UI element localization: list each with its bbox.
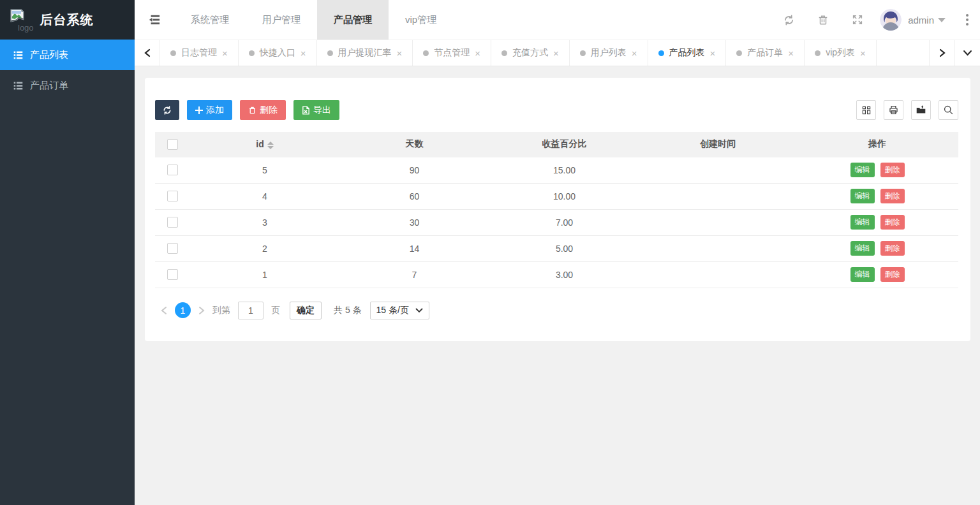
cell-id: 5 [190,157,339,183]
export-button[interactable]: 导出 [293,100,339,120]
row-checkbox[interactable] [167,165,178,175]
export-data-button[interactable] [911,100,931,120]
row-edit-button[interactable]: 编辑 [850,241,875,256]
row-delete-button[interactable]: 删除 [880,163,905,177]
delete-button[interactable]: 删除 [240,100,286,120]
fullscreen-button[interactable] [840,0,875,40]
tab-quick-entry[interactable]: 快捷入口× [239,40,317,66]
cell-percent: 5.00 [489,235,639,261]
tab-close-icon[interactable]: × [222,48,228,58]
tabs-scroll-left-button[interactable] [135,40,160,66]
tab-close-icon[interactable]: × [788,48,794,58]
cell-created [639,209,796,235]
delete-button-label: 删除 [260,105,278,116]
tabs-menu-button[interactable] [954,40,980,66]
tab-close-icon[interactable]: × [710,48,716,58]
user-avatar[interactable] [880,9,902,31]
cell-days: 60 [339,183,489,209]
table-refresh-button[interactable] [155,100,179,120]
clear-cache-button[interactable] [806,0,840,40]
tab-close-icon[interactable]: × [301,48,306,58]
tab-withdraw-rate[interactable]: 用户提现汇率× [317,40,413,66]
cell-id: 1 [190,261,339,288]
goto-suffix-label: 页 [271,305,280,316]
product-list-card: 添加 删除 导出 [145,78,970,341]
prev-page-button[interactable] [159,306,169,315]
select-all-checkbox[interactable] [167,139,178,150]
row-delete-button[interactable]: 删除 [880,267,905,282]
row-checkbox[interactable] [167,191,178,201]
row-edit-button[interactable]: 编辑 [850,267,875,282]
fullscreen-expand-icon [852,14,863,26]
goto-confirm-button[interactable]: 确定 [290,302,322,319]
print-button[interactable] [884,100,903,120]
topnav-vip-management[interactable]: vip管理 [389,0,453,40]
cell-id: 4 [190,183,339,209]
next-page-button[interactable] [197,306,207,315]
row-edit-button[interactable]: 编辑 [850,215,875,230]
tab-label: 日志管理 [181,47,217,59]
row-edit-button[interactable]: 编辑 [850,189,875,203]
column-header-created: 创建时间 [639,132,796,157]
collapse-menu-icon [148,14,161,26]
add-button[interactable]: 添加 [187,100,232,120]
cell-percent: 15.00 [489,157,639,183]
trash-icon [817,14,829,26]
sidebar-item-product-orders[interactable]: 产品订单 [0,70,135,101]
search-icon [943,105,954,115]
tab-vip-list[interactable]: vip列表× [805,40,877,66]
logo-alt-text: logo [18,23,34,33]
tab-user-list[interactable]: 用户列表× [570,40,648,66]
row-checkbox[interactable] [167,269,178,280]
search-button[interactable] [939,100,958,120]
tab-close-icon[interactable]: × [475,48,480,58]
column-header-label: 天数 [406,138,424,149]
tab-product-orders[interactable]: 产品订单× [726,40,805,66]
table-header-row: id 天数 收益百分比 创建时间 操作 [155,132,958,157]
column-header-label: 收益百分比 [542,138,587,149]
row-edit-button[interactable]: 编辑 [850,163,875,177]
add-button-label: 添加 [206,105,224,116]
filter-columns-button[interactable] [856,100,876,120]
column-header-id[interactable]: id [190,132,339,157]
sort-icon[interactable] [267,142,274,149]
topnav-user-management[interactable]: 用户管理 [246,0,317,40]
refresh-button[interactable] [771,0,806,40]
pagination: 1 到第 页 确定 共 5 条 15 条/页 [155,302,958,319]
row-checkbox[interactable] [167,243,178,254]
more-options-button[interactable] [954,0,980,40]
tab-close-icon[interactable]: × [397,48,403,58]
cell-percent: 3.00 [489,261,639,288]
refresh-icon [162,105,172,115]
user-dropdown-caret-icon[interactable] [938,18,946,22]
topnav-system-management[interactable]: 系统管理 [174,0,246,40]
table-row: 4 60 10.00 编辑删除 [155,183,958,209]
tabs-scroll-right-button[interactable] [929,40,954,66]
goto-page-input[interactable] [238,302,264,319]
tab-label: 用户提现汇率 [338,47,392,59]
sidebar-item-product-list[interactable]: 产品列表 [0,40,135,70]
column-header-percent: 收益百分比 [489,132,639,157]
page-number-current[interactable]: 1 [175,302,191,318]
tab-dot-icon [580,50,586,56]
tab-close-icon[interactable]: × [553,48,559,58]
row-delete-button[interactable]: 删除 [880,215,905,230]
admin-app: logo 后台系统 产品列表 产品订单 [0,0,980,505]
tab-close-icon[interactable]: × [860,48,866,58]
row-checkbox[interactable] [167,217,178,228]
tab-log-management[interactable]: 日志管理× [160,40,239,66]
tab-recharge-method[interactable]: 充值方式× [491,40,570,66]
page-size-select[interactable]: 15 条/页 [370,302,429,319]
tab-node-management[interactable]: 节点管理× [413,40,491,66]
row-delete-button[interactable]: 删除 [880,189,905,203]
column-header-label: 创建时间 [700,138,736,149]
sidebar-collapse-button[interactable] [135,0,174,40]
row-delete-button[interactable]: 删除 [880,241,905,256]
tab-product-list[interactable]: 产品列表× [648,40,727,66]
app-title: 后台系统 [40,11,94,29]
cell-days: 7 [339,261,489,288]
username[interactable]: admin [908,15,934,26]
table-row: 2 14 5.00 编辑删除 [155,235,958,261]
tab-close-icon[interactable]: × [632,48,637,58]
topnav-product-management[interactable]: 产品管理 [317,0,389,40]
